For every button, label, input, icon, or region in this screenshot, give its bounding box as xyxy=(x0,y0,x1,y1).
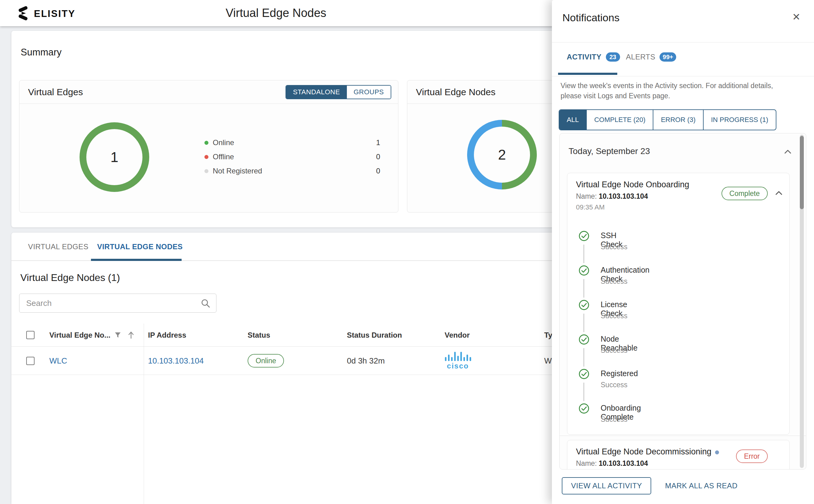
notifications-description: View the week's events in the Activity s… xyxy=(560,81,791,101)
tab-virtual-edges[interactable]: VIRTUAL EDGES xyxy=(28,233,88,261)
unread-dot-icon xyxy=(715,450,719,454)
activity-tab-label: ACTIVITY xyxy=(567,53,601,61)
decommissioning-notification-card: Virtual Edge Node Decommissioning Name:1… xyxy=(567,440,790,469)
onboarding-notification-card: Virtual Edge Node Onboarding Name:10.103… xyxy=(567,173,790,435)
group-collapse-chevron-icon[interactable] xyxy=(784,149,792,156)
toggle-standalone-button[interactable]: STANDALONE xyxy=(286,86,347,99)
virtual-edge-nodes-donut-chart: 2 xyxy=(467,120,537,189)
column-header-name: Virtual Edge No... xyxy=(49,323,110,347)
row-status-badge: Online xyxy=(248,347,284,375)
cisco-bars-icon xyxy=(445,351,471,361)
notification-name-value: 10.103.103.104 xyxy=(599,459,648,467)
notification-name-row: Name:10.103.103.104 xyxy=(576,192,648,201)
filter-chip-in-progress[interactable]: IN PROGRESS (1) xyxy=(703,110,776,130)
column-header-vendor: Vendor xyxy=(445,323,470,347)
error-status-badge: Error xyxy=(736,449,768,463)
summary-heading: Summary xyxy=(21,47,62,58)
scrollbar-thumb[interactable] xyxy=(800,136,804,209)
step-connector xyxy=(583,279,584,298)
filter-icon[interactable] xyxy=(114,323,121,347)
select-all-checkbox[interactable] xyxy=(26,323,35,347)
list-divider xyxy=(560,436,806,436)
notifications-title: Notifications xyxy=(562,12,620,24)
activity-tab-underline xyxy=(558,73,617,75)
legend-value: 1 xyxy=(376,138,380,147)
mark-all-as-read-button[interactable]: MARK ALL AS READ xyxy=(665,477,738,494)
toggle-groups-button[interactable]: GROUPS xyxy=(347,86,391,99)
column-header-duration: Status Duration xyxy=(347,323,402,347)
offline-dot-icon xyxy=(205,155,209,159)
row-ip-link[interactable]: 10.103.103.104 xyxy=(148,347,204,375)
virtual-edge-nodes-card-title: Virtual Edge Nodes xyxy=(416,80,495,104)
column-header-ip: IP Address xyxy=(148,323,186,347)
check-circle-icon xyxy=(578,368,589,381)
check-circle-icon xyxy=(578,403,589,415)
check-circle-icon xyxy=(578,334,589,346)
panel-divider xyxy=(552,76,814,76)
legend-label: Online xyxy=(213,138,234,147)
check-circle-icon xyxy=(578,299,589,312)
virtual-edges-card-header: Virtual Edges STANDALONE GROUPS xyxy=(19,80,398,104)
standalone-groups-toggle: STANDALONE GROUPS xyxy=(286,85,391,99)
row-checkbox[interactable] xyxy=(26,347,35,375)
tab-alerts[interactable]: ALERTS 99+ xyxy=(626,52,676,62)
legend-label: Not Registered xyxy=(213,167,262,175)
not-registered-dot-icon xyxy=(205,169,209,173)
virtual-edges-donut-total: 1 xyxy=(86,129,142,185)
alerts-count-badge: 99+ xyxy=(660,52,676,62)
filter-chip-error[interactable]: ERROR (3) xyxy=(653,110,703,130)
virtual-edge-nodes-donut-total: 2 xyxy=(474,127,530,183)
view-all-activity-button[interactable]: VIEW ALL ACTIVITY xyxy=(562,477,651,494)
legend-value: 0 xyxy=(376,167,380,175)
check-circle-icon xyxy=(578,265,589,277)
legend-row-online: Online 1 xyxy=(205,138,380,148)
tab-virtual-edge-nodes[interactable]: VIRTUAL EDGE NODES xyxy=(97,233,182,261)
legend-label: Offline xyxy=(213,152,234,161)
activity-list: Today, September 23 Virtual Edge Node On… xyxy=(559,133,806,469)
step-connector xyxy=(583,383,584,401)
tab-activity[interactable]: ACTIVITY 23 xyxy=(567,52,620,62)
step-connector xyxy=(583,245,584,263)
check-circle-icon xyxy=(578,230,589,243)
cisco-wordmark: cisco xyxy=(447,362,469,370)
activity-group-header: Today, September 23 xyxy=(568,146,650,156)
legend-value: 0 xyxy=(376,152,380,161)
notification-time: 09:35 AM xyxy=(576,203,604,211)
activity-count-badge: 23 xyxy=(606,52,620,62)
filter-chip-all[interactable]: ALL xyxy=(559,110,586,130)
virtual-edges-legend: Online 1 Offline 0 Not Registered 0 xyxy=(205,138,380,180)
notification-name-value: 10.103.103.104 xyxy=(599,192,648,200)
search-input[interactable] xyxy=(26,294,199,312)
panel-divider xyxy=(552,42,814,43)
virtual-edges-donut-chart: 1 xyxy=(79,122,149,192)
notification-title: Virtual Edge Node Decommissioning xyxy=(576,447,719,457)
complete-status-badge: Complete xyxy=(722,187,768,200)
card-collapse-chevron-icon[interactable] xyxy=(775,190,783,197)
legend-row-not-registered: Not Registered 0 xyxy=(205,166,380,176)
cisco-vendor-logo: cisco xyxy=(442,347,473,375)
search-icon[interactable] xyxy=(201,299,211,310)
activity-filter-chips: ALL COMPLETE (20) ERROR (3) IN PROGRESS … xyxy=(559,109,776,130)
sort-ascending-icon[interactable] xyxy=(127,323,135,347)
notification-title: Virtual Edge Node Onboarding xyxy=(576,180,689,189)
step-connector xyxy=(583,348,584,367)
row-name-link[interactable]: WLC xyxy=(49,347,67,375)
step-connector xyxy=(583,314,584,332)
online-dot-icon xyxy=(205,141,209,145)
virtual-edges-card-title: Virtual Edges xyxy=(28,80,83,104)
virtual-edges-card: Virtual Edges STANDALONE GROUPS 1 Online… xyxy=(19,80,398,213)
page-title: Virtual Edge Nodes xyxy=(0,0,552,26)
alerts-tab-label: ALERTS xyxy=(626,53,655,61)
notifications-panel: Notifications ✕ ACTIVITY 23 ALERTS 99+ V… xyxy=(552,0,814,504)
active-tab-underline xyxy=(91,259,181,261)
notification-name-row: Name:10.103.103.104 xyxy=(576,459,648,468)
page: ELISITY Virtual Edge Nodes Summary Virtu… xyxy=(0,0,814,504)
close-icon[interactable]: ✕ xyxy=(792,11,800,23)
row-duration: 0d 3h 32m xyxy=(347,347,385,375)
column-header-status: Status xyxy=(248,323,270,347)
search-box xyxy=(19,294,217,313)
table-section-title: Virtual Edge Nodes (1) xyxy=(20,272,120,283)
filter-chip-complete[interactable]: COMPLETE (20) xyxy=(586,110,653,130)
legend-row-offline: Offline 0 xyxy=(205,152,380,162)
